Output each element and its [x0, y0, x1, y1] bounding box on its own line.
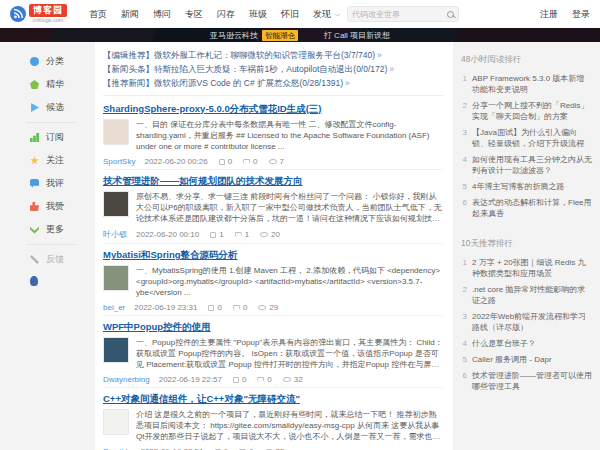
category-icon — [30, 57, 39, 66]
author-avatar[interactable] — [103, 265, 129, 291]
search-icon[interactable] — [447, 11, 454, 18]
sidebar-item[interactable]: 候选 — [0, 96, 95, 119]
more-arrow: » — [377, 50, 382, 60]
author-avatar[interactable] — [103, 191, 129, 217]
author-avatar[interactable] — [103, 409, 129, 435]
comment-count-group[interactable]: 1 — [235, 230, 249, 239]
logo-domain: cnblogs.com — [29, 18, 67, 24]
view-count-group: 7 — [269, 157, 284, 166]
nav-item[interactable]: 博问 — [153, 8, 171, 21]
sidebar-item[interactable]: 订阅 — [0, 126, 95, 149]
rank-item[interactable]: 6 表达式的动态解析和计算，Flee用起来真香 — [461, 197, 592, 219]
rank-item-text: 2022年Web前端开发流程和学习路线（详尽版） — [472, 311, 592, 333]
comment-count: 0 — [253, 157, 257, 166]
headline-link[interactable]: 【新闻头条】特斯拉陷入巨大质疑：车祸前1秒，Autopilot自动退出(0/0/… — [103, 62, 443, 76]
rank-10d-list: 1 2 万字 + 20张图｜细说 Redis 九种数据类型和应用场景 2 .ne… — [461, 257, 592, 392]
rank-item[interactable]: 1 2 万字 + 20张图｜细说 Redis 九种数据类型和应用场景 — [461, 257, 592, 279]
sidebar-item[interactable]: 分类 — [0, 50, 95, 73]
rank-number: 6 — [461, 197, 467, 219]
sidebar-item[interactable] — [0, 271, 95, 291]
rank-item[interactable]: 2 .net core 抛异常对性能影响的求证之路 — [461, 284, 592, 306]
search-input[interactable] — [352, 10, 447, 19]
sidebar-item[interactable]: 关注 — [0, 149, 95, 172]
rank-item[interactable]: 1 ABP Framework 5.3.0 版本新增功能和变更说明 — [461, 73, 592, 95]
author-avatar[interactable] — [103, 337, 129, 363]
nav-item[interactable]: 专区 — [185, 8, 203, 21]
sidebar-divider — [26, 122, 77, 123]
login-link[interactable]: 登录 — [572, 8, 590, 21]
eye-icon — [260, 232, 268, 237]
post-date: 2022-06-19 23:31 — [134, 303, 197, 312]
digg-count-group[interactable]: 0 — [219, 157, 232, 166]
more-arrow: » — [345, 78, 350, 88]
post-title-link[interactable]: ShardingSphere-proxy-5.0.0分布式雪花ID生成(三) — [103, 102, 443, 116]
headline-link[interactable]: 【推荐新闻】微软欲闭源VS Code 的 C# 扩展惹众怒(0/28/1391)… — [103, 76, 443, 90]
sidebar-item[interactable]: 更多 — [0, 218, 95, 241]
more-arrow: » — [389, 64, 394, 74]
post-title-link[interactable]: C++对象间通信组件，让C++对象"无障碍交流" — [103, 392, 443, 406]
logo-brand: 博客园 — [29, 4, 67, 17]
comment-count-group[interactable]: 0 — [243, 157, 257, 166]
rank-item[interactable]: 5 Caller 服务调用 - Dapr — [461, 354, 592, 365]
sidebar-item[interactable]: 精华 — [0, 73, 95, 96]
rank-item-text: 4年博主写博客的折腾之路 — [472, 181, 564, 192]
banner-campaign: 打 Call 项目新设想 — [324, 30, 390, 41]
comment-icon — [235, 232, 242, 237]
post-author-link[interactable]: bei_er — [103, 303, 125, 312]
main-feed: 【编辑推荐】微软外服工作札记：聊聊微软的知识管理服务平台(3/7/740)» 【… — [95, 42, 453, 450]
post-summary: 一、目的 保证在分库分表中每条数据具有唯一性 二、修改配置文件config-sh… — [136, 119, 443, 152]
gem-icon — [30, 80, 39, 89]
view-count: 20 — [271, 230, 280, 239]
chevron-down-icon — [30, 225, 39, 234]
ad-banner[interactable]: 亚马逊云科技 智能湖仓 打 Call 项目新设想 — [0, 28, 600, 42]
rank-item[interactable]: 5 4年博主写博客的折腾之路 — [461, 181, 592, 192]
post-title-link[interactable]: WPF中Popup控件的使用 — [103, 320, 443, 334]
headline-link[interactable]: 【编辑推荐】微软外服工作札记：聊聊微软的知识管理服务平台(3/7/740)» — [103, 48, 443, 62]
rank-item-text: 技术管理进阶——管理者可以使用哪些管理工具 — [472, 370, 592, 392]
post-author-link[interactable]: 叶小钗 — [103, 229, 127, 240]
search-box[interactable] — [347, 6, 459, 22]
sidebar-item-label: 更多 — [46, 223, 64, 236]
nav-item[interactable]: 首页 — [89, 8, 107, 21]
post-title-link[interactable]: 技术管理进阶——如何规划团队的技术发展方向 — [103, 174, 443, 188]
digg-count-group[interactable]: 0 — [233, 375, 246, 384]
sidebar-item-label: 我赞 — [46, 200, 64, 213]
sidebar-item-label: 精华 — [46, 78, 64, 91]
rank-item-text: ABP Framework 5.3.0 版本新增功能和变更说明 — [472, 73, 592, 95]
headline-tag: 【推荐新闻】 — [103, 78, 154, 88]
digg-count-group[interactable]: 1 — [210, 230, 223, 239]
sidebar-item[interactable]: 反馈 — [0, 248, 95, 271]
digg-icon — [210, 232, 216, 238]
comment-icon — [30, 179, 39, 188]
nav-item[interactable]: 怀旧 — [281, 8, 299, 21]
rank-item-text: 如何使用现有工具三分钟之内从无到有设计一款滤波器？ — [472, 154, 592, 176]
nav-item[interactable]: 班级 — [249, 8, 267, 21]
sidebar-item[interactable]: 我赞 — [0, 195, 95, 218]
comment-count-group[interactable]: 0 — [233, 303, 247, 312]
nav-item[interactable]: 闪存 — [217, 8, 235, 21]
digg-count-group[interactable]: 0 — [208, 303, 221, 312]
eye-icon — [258, 305, 266, 310]
rank-item[interactable]: 3 【Java面试】为什么引入偏向锁、轻量级锁，介绍下升级流程 — [461, 127, 592, 149]
register-link[interactable]: 注册 — [540, 8, 558, 21]
author-avatar[interactable] — [103, 119, 129, 145]
post-summary: 一、Popup控件的主要属性 "Popup"表示具有内容的弹出窗口，其主要属性为… — [136, 337, 443, 370]
rank-item[interactable]: 4 什么是草台班子？ — [461, 338, 592, 349]
nav-item[interactable]: 新闻 — [121, 8, 139, 21]
eye-icon — [269, 159, 277, 164]
post-author-link[interactable]: SportSky — [103, 157, 135, 166]
digg-count: 0 — [217, 303, 221, 312]
view-count: 29 — [269, 303, 278, 312]
rank-item[interactable]: 4 如何使用现有工具三分钟之内从无到有设计一款滤波器？ — [461, 154, 592, 176]
rank-item[interactable]: 2 分享一个网上搜不到的「Redis」实现「聊天回合制」的方案 — [461, 100, 592, 122]
rank-item[interactable]: 6 技术管理进阶——管理者可以使用哪些管理工具 — [461, 370, 592, 392]
sidebar-item[interactable]: 我评 — [0, 172, 95, 195]
view-count: 7 — [280, 157, 284, 166]
main-nav: 首页 新闻 博问 专区 闪存 班级 怀旧 发现 — [89, 8, 339, 21]
rank-item[interactable]: 3 2022年Web前端开发流程和学习路线（详尽版） — [461, 311, 592, 333]
comment-count-group[interactable]: 0 — [257, 375, 271, 384]
post-author-link[interactable]: Dwaynerbing — [103, 375, 150, 384]
nav-item-discover[interactable]: 发现 — [313, 8, 339, 21]
post-title-link[interactable]: Mybatisi和Spring整合源码分析 — [103, 248, 443, 262]
cnblogs-logo[interactable]: 博客园 cnblogs.com — [10, 4, 67, 24]
